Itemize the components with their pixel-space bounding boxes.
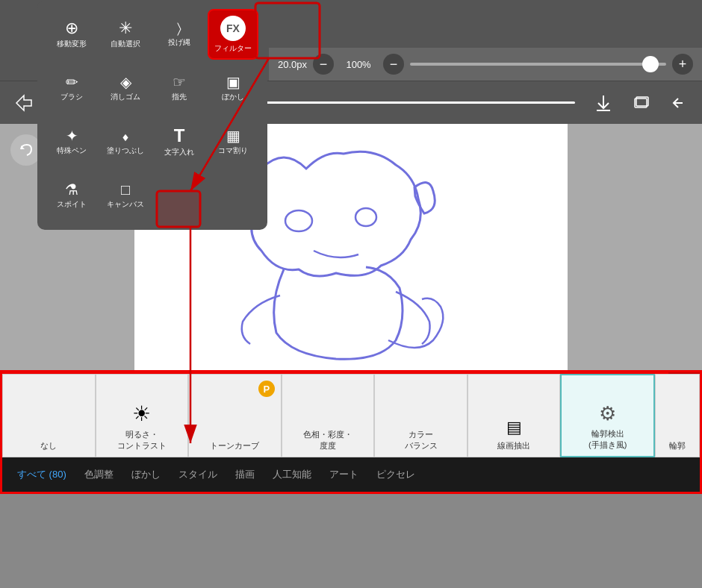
- line-art-icon: ▤: [506, 418, 522, 437]
- filter-item-none[interactable]: なし: [2, 374, 96, 457]
- tool-menu[interactable]: ⊕ 移動変形 ✳ 自動選択 〉 投げ縄 FX フィルター ✏ ブラシ ◈ 消しゴ…: [37, 0, 267, 230]
- filter-items-list: なし ☀ 明るさ・コントラスト P トーンカーブ 色相・彩度・度度 カラーバラン…: [2, 374, 700, 457]
- download-icon: [593, 93, 614, 113]
- tool-menu-item-special-pen[interactable]: ✦ 特殊ペン: [46, 116, 97, 167]
- eraser-icon: ◈: [120, 75, 131, 90]
- hue-label: 色相・彩度・度度: [303, 429, 352, 451]
- outline-icon: ⚙: [599, 402, 616, 425]
- eyedropper-label: スポイト: [57, 200, 87, 209]
- filter-label: フィルター: [214, 44, 252, 53]
- decrease-size-button[interactable]: −: [313, 54, 334, 75]
- canvas-icon: □: [121, 182, 130, 197]
- blur-label: ぼかし: [222, 93, 244, 101]
- special-pen-label: 特殊ペン: [57, 146, 87, 155]
- text-icon: T: [174, 127, 185, 145]
- move-label: 移動変形: [57, 40, 87, 49]
- tool-menu-item-text[interactable]: T 文字入れ: [154, 116, 205, 167]
- move-icon: ⊕: [65, 20, 78, 37]
- right-gray-panel: [568, 124, 702, 370]
- filter-tabs: すべて (80) 色調整 ぼかし スタイル 描画 人工知能 アート ピクセレ: [2, 457, 700, 492]
- blur-icon: ▣: [226, 75, 240, 90]
- download-button[interactable]: [587, 88, 620, 118]
- lasso-icon: 〉: [177, 22, 181, 35]
- tab-blur[interactable]: ぼかし: [122, 465, 170, 484]
- fill-icon: ⬧: [121, 128, 130, 143]
- svg-point-5: [355, 208, 376, 226]
- svg-point-4: [285, 210, 312, 231]
- layer-icon: [630, 93, 651, 113]
- tool-menu-item-lasso[interactable]: 〉 投げ縄: [154, 9, 205, 60]
- brush-icon: ✏: [66, 75, 78, 90]
- tool-menu-item-eraser[interactable]: ◈ 消しゴム: [100, 63, 151, 113]
- zoom-increase-button[interactable]: +: [672, 54, 693, 75]
- tab-color[interactable]: 色調整: [75, 465, 122, 484]
- finger-icon: ☞: [173, 75, 186, 90]
- filter-none-label: なし: [40, 440, 57, 451]
- tab-all[interactable]: すべて (80): [8, 465, 75, 484]
- tool-menu-item-brush[interactable]: ✏ ブラシ: [46, 63, 97, 113]
- tool-menu-item-finger[interactable]: ☞ 指先: [154, 63, 205, 113]
- brush-label: ブラシ: [60, 93, 83, 101]
- koma-icon: ▦: [226, 128, 240, 143]
- tone-curve-label: トーンカーブ: [210, 440, 259, 451]
- filter-item-brightness[interactable]: ☀ 明るさ・コントラスト: [96, 374, 189, 457]
- filter-item-line-art[interactable]: ▤ 線画抽出: [468, 374, 561, 457]
- back-icon: [668, 93, 689, 113]
- autoselect-label: 自動選択: [111, 40, 140, 49]
- tab-style[interactable]: スタイル: [170, 465, 226, 484]
- tool-menu-item-blur[interactable]: ▣ ぼかし: [208, 63, 258, 113]
- outline2-label: 輪郭: [669, 440, 686, 451]
- tool-menu-item-fill[interactable]: ⬧ 塗りつぶし: [100, 116, 151, 167]
- color-balance-label: カラーバランス: [405, 429, 438, 451]
- zoom-decrease-button[interactable]: −: [383, 54, 404, 75]
- filter-item-hue[interactable]: 色相・彩度・度度: [282, 374, 375, 457]
- filter-panel: ✕ なし ☀ 明るさ・コントラスト P トーンカーブ 色相・彩度・度度 カラーバ: [2, 372, 700, 492]
- tab-art[interactable]: アート: [320, 465, 367, 484]
- brightness-icon: ☀: [132, 401, 151, 426]
- filter-item-outline2[interactable]: 輪郭: [655, 374, 700, 457]
- tool-menu-item-move[interactable]: ⊕ 移動変形: [46, 9, 97, 60]
- text-label: 文字入れ: [164, 148, 194, 157]
- eraser-label: 消しゴム: [111, 93, 140, 101]
- zoom-slider-container: 100% − +: [340, 54, 693, 75]
- line-art-label: 線画抽出: [497, 440, 530, 451]
- zoom-slider[interactable]: [410, 63, 666, 66]
- zoom-label: 100%: [340, 59, 377, 70]
- brightness-label: 明るさ・コントラスト: [117, 429, 167, 451]
- back-button[interactable]: [662, 88, 695, 118]
- filter-fx-icon: FX: [220, 16, 246, 41]
- layer-button[interactable]: [624, 88, 657, 118]
- eyedropper-icon: ⚗: [65, 182, 78, 197]
- tool-menu-item-autoselect[interactable]: ✳ 自動選択: [100, 9, 151, 60]
- size-label: 20.0px: [278, 59, 307, 70]
- filter-item-outline[interactable]: ⚙ 輪郭検出(手描き風): [560, 374, 655, 457]
- tool-menu-item-koma[interactable]: ▦ コマ割り: [208, 116, 258, 167]
- undo-icon: [18, 142, 34, 158]
- autoselect-icon: ✳: [119, 20, 132, 37]
- tool-menu-item-filter[interactable]: FX フィルター: [208, 9, 258, 60]
- outline-label: 輪郭検出(手描き風): [588, 428, 627, 450]
- transform-tool-button[interactable]: [7, 88, 40, 118]
- premium-badge: P: [258, 381, 275, 397]
- tool-menu-item-eyedropper[interactable]: ⚗ スポイト: [46, 170, 97, 221]
- canvas-label: キャンバス: [107, 200, 144, 209]
- filter-item-color-balance[interactable]: カラーバランス: [374, 374, 468, 457]
- lasso-label: 投げ縄: [168, 38, 190, 47]
- tab-pixel[interactable]: ピクセレ: [367, 465, 424, 484]
- special-pen-icon: ✦: [66, 128, 78, 143]
- transform-icon: [13, 93, 34, 113]
- filter-item-tone-curve[interactable]: P トーンカーブ: [188, 374, 282, 457]
- finger-label: 指先: [172, 93, 187, 101]
- filter-panel-wrapper: ✕ なし ☀ 明るさ・コントラスト P トーンカーブ 色相・彩度・度度 カラーバ: [0, 370, 702, 494]
- koma-label: コマ割り: [218, 146, 248, 155]
- tab-draw[interactable]: 描画: [226, 465, 264, 484]
- zoom-slider-thumb[interactable]: [642, 56, 659, 72]
- tool-menu-item-canvas[interactable]: □ キャンバス: [100, 170, 151, 221]
- tab-ai[interactable]: 人工知能: [264, 465, 320, 484]
- fill-label: 塗りつぶし: [107, 146, 144, 155]
